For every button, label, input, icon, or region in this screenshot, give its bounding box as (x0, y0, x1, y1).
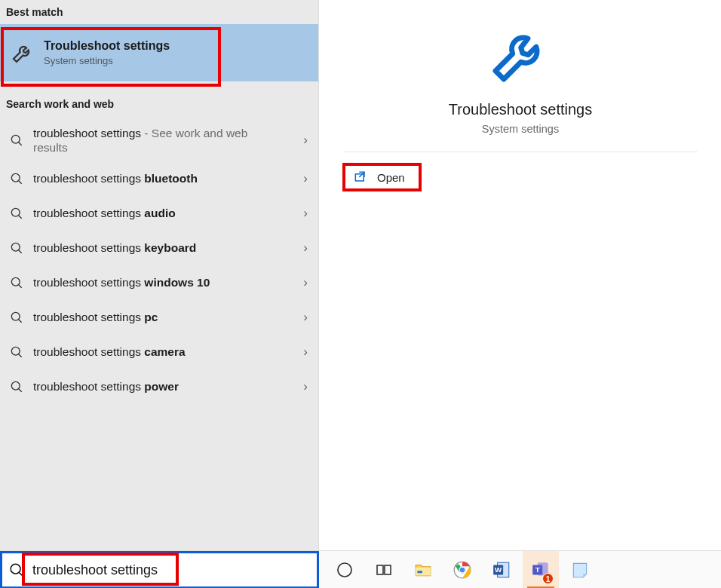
best-match-item[interactable]: Troubleshoot settings System settings (0, 24, 318, 81)
svg-line-11 (19, 320, 22, 323)
wrench-icon (487, 21, 554, 90)
best-match-title: Troubleshoot settings (44, 39, 170, 53)
svg-point-8 (11, 277, 20, 286)
suggestion-text: troubleshoot settings bluetooth (33, 171, 198, 185)
taskbar-icons: W T 1 (319, 551, 598, 588)
open-external-icon (353, 170, 368, 185)
suggestion-item[interactable]: troubleshoot settings audio › (0, 196, 318, 231)
search-icon (9, 133, 24, 148)
chevron-right-icon: › (303, 206, 308, 221)
search-icon (9, 275, 24, 290)
suggestion-item[interactable]: troubleshoot settings keyboard › (0, 231, 318, 265)
open-action[interactable]: Open (342, 163, 422, 191)
suggestion-text: troubleshoot settings - See work and web… (33, 126, 271, 155)
chrome-icon[interactable] (444, 551, 480, 589)
svg-point-14 (11, 381, 20, 390)
svg-point-4 (11, 208, 20, 216)
svg-text:W: W (495, 565, 502, 574)
wrench-icon (9, 39, 36, 66)
taskbar: W T 1 (0, 550, 721, 588)
chevron-right-icon: › (303, 345, 308, 360)
svg-line-7 (19, 250, 22, 253)
open-label: Open (377, 171, 405, 184)
search-icon (9, 206, 24, 221)
svg-line-13 (19, 354, 22, 357)
sticky-notes-icon[interactable] (562, 551, 598, 589)
chevron-right-icon: › (303, 133, 308, 148)
chevron-right-icon: › (303, 240, 308, 256)
suggestion-item[interactable]: troubleshoot settings bluetooth › (0, 161, 318, 196)
word-icon[interactable]: W (483, 551, 520, 589)
divider (343, 152, 698, 152)
preview-title: Troubleshoot settings (449, 101, 592, 118)
suggestion-item[interactable]: troubleshoot settings power › (0, 369, 318, 404)
task-view-icon[interactable] (366, 551, 402, 589)
suggestion-item[interactable]: troubleshoot settings - See work and web… (0, 119, 318, 161)
svg-point-27 (460, 567, 465, 572)
best-match-text: Troubleshoot settings System settings (44, 39, 170, 66)
best-match-subtitle: System settings (44, 55, 170, 66)
chevron-right-icon: › (303, 310, 308, 325)
svg-point-12 (11, 347, 20, 355)
chevron-right-icon: › (303, 171, 308, 186)
suggestion-item[interactable]: troubleshoot settings windows 10 › (0, 265, 318, 300)
search-icon (9, 310, 24, 325)
preview-panel: Troubleshoot settings System settings Op… (320, 0, 721, 550)
section-header-search-web: Search work and web (0, 92, 318, 116)
search-icon (9, 240, 24, 256)
chevron-right-icon: › (303, 379, 308, 394)
file-explorer-icon[interactable] (405, 551, 441, 589)
svg-rect-20 (377, 565, 383, 574)
svg-point-19 (338, 563, 351, 577)
svg-line-1 (19, 142, 22, 145)
suggestion-text: troubleshoot settings keyboard (33, 240, 196, 255)
taskbar-search-input[interactable] (32, 562, 317, 578)
svg-point-0 (11, 135, 20, 143)
cortana-icon[interactable] (327, 551, 363, 589)
search-icon (9, 379, 24, 394)
suggestion-item[interactable]: troubleshoot settings pc › (0, 300, 318, 335)
svg-point-17 (11, 564, 20, 574)
suggestion-text: troubleshoot settings audio (33, 206, 176, 220)
suggestion-text: troubleshoot settings windows 10 (33, 275, 210, 289)
svg-point-2 (11, 173, 20, 182)
preview-subtitle: System settings (482, 123, 559, 135)
svg-text:T: T (535, 565, 540, 574)
search-icon (8, 562, 25, 578)
svg-line-5 (19, 216, 22, 219)
svg-point-6 (11, 243, 20, 251)
chevron-right-icon: › (303, 275, 308, 290)
svg-line-9 (19, 285, 22, 288)
suggestions-list: troubleshoot settings - See work and web… (0, 116, 318, 404)
svg-line-15 (19, 389, 22, 392)
teams-icon[interactable]: T 1 (523, 551, 559, 589)
svg-line-18 (19, 572, 23, 576)
search-icon (9, 345, 24, 360)
search-icon (9, 171, 24, 186)
search-results-panel: Best match Troubleshoot settings System … (0, 0, 319, 550)
suggestion-item[interactable]: troubleshoot settings camera › (0, 335, 318, 369)
svg-rect-21 (385, 565, 391, 574)
suggestion-text: troubleshoot settings power (33, 379, 179, 394)
svg-rect-23 (417, 571, 422, 573)
section-header-best-match: Best match (0, 0, 318, 24)
teams-badge: 1 (542, 573, 554, 584)
suggestion-text: troubleshoot settings pc (33, 310, 158, 324)
taskbar-search-box[interactable] (0, 551, 319, 588)
svg-point-10 (11, 312, 20, 320)
svg-line-3 (19, 181, 22, 184)
suggestion-text: troubleshoot settings camera (33, 345, 186, 359)
